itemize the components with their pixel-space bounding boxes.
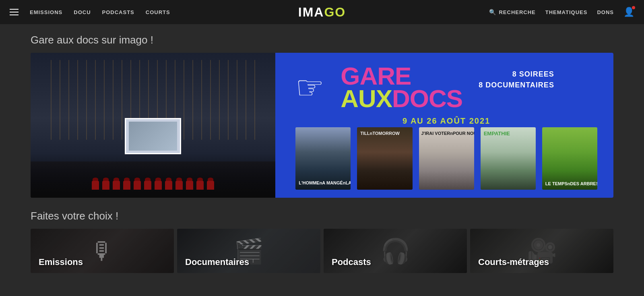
gare-text: GARE <box>341 65 462 87</box>
tile-label-emissions: Emissions <box>39 257 83 267</box>
movie-posters-row <box>295 127 597 190</box>
category-tile-podcasts[interactable]: 🎧 Podcasts <box>324 229 467 273</box>
screen-inner <box>129 122 178 150</box>
chair <box>165 181 172 190</box>
tile-label-documentaires: Documentaires <box>185 257 249 267</box>
nav-podcasts[interactable]: PODCASTS <box>102 9 134 15</box>
poster-3[interactable] <box>419 127 474 190</box>
chairs-row <box>31 181 275 190</box>
themes-label: THEMATIQUES <box>545 9 588 15</box>
banner-wrapper: ☞ GARE AUX DOCS 8 SOIREES 8 DOCUMENTAIRE… <box>31 53 613 198</box>
poster-2[interactable] <box>357 127 412 190</box>
chair <box>207 181 214 190</box>
banner-top-row: ☞ GARE AUX DOCS 8 SOIREES 8 DOCUMENTAIRE… <box>295 65 597 110</box>
nav-docu[interactable]: DOCU <box>74 9 91 15</box>
logo-go: GO <box>324 5 346 19</box>
choice-section-title: Faites votre choix ! <box>31 210 613 222</box>
poster-4[interactable] <box>481 127 536 190</box>
category-grid: 🎙 Emissions 🎬 Documentaires 🎧 Podcasts 🎥… <box>31 229 613 273</box>
user-notification-dot <box>632 6 635 9</box>
chair <box>92 181 99 190</box>
chair <box>186 181 193 190</box>
nav-courts[interactable]: COURTS <box>146 9 170 15</box>
search-label: RECHERCHE <box>499 9 535 15</box>
header-left: EMISSIONS DOCU PODCASTS COURTS <box>10 9 170 15</box>
banner-left-photo <box>31 53 275 198</box>
category-tile-documentaires[interactable]: 🎬 Documentaires <box>177 229 320 273</box>
docs-text: DOCS <box>392 87 462 110</box>
soirees-info: 8 SOIREES 8 DOCUMENTAIRES <box>479 69 554 91</box>
poster-5[interactable] <box>542 127 597 190</box>
event-date: 9 AU 26 AOÛT 2021 <box>295 116 597 126</box>
chair <box>102 181 109 190</box>
chair <box>113 181 120 190</box>
chair <box>123 181 130 190</box>
chair <box>155 181 162 190</box>
hamburger-menu[interactable] <box>10 9 19 15</box>
banner-section-title: Gare aux docs sur imago ! <box>31 34 613 46</box>
category-tile-emissions[interactable]: 🎙 Emissions <box>31 229 174 273</box>
main-nav: EMISSIONS DOCU PODCASTS COURTS <box>30 9 170 15</box>
aux-docs-row: AUX DOCS <box>341 87 462 110</box>
hand-pointer-icon: ☞ <box>295 69 324 106</box>
nav-emissions[interactable]: EMISSIONS <box>30 9 62 15</box>
poster-1[interactable] <box>295 127 351 190</box>
tile-label-podcasts: Podcasts <box>332 257 371 267</box>
dons-button[interactable]: DONS <box>597 9 614 15</box>
aux-text: AUX <box>341 87 392 110</box>
category-tile-courts[interactable]: 🎥 Courts-métrages <box>470 229 613 273</box>
tile-label-courts: Courts-métrages <box>478 257 549 267</box>
user-account-button[interactable]: 👤 <box>623 7 634 17</box>
logo-ima: IMA <box>298 5 324 19</box>
cinema-background <box>31 53 275 198</box>
dons-label: DONS <box>597 9 614 15</box>
logo[interactable]: IMAGO <box>298 5 346 20</box>
chair <box>196 181 204 190</box>
gare-aux-docs-title: GARE AUX DOCS <box>341 65 462 110</box>
cinema-screen <box>125 118 181 154</box>
search-button[interactable]: 🔍 RECHERCHE <box>489 9 535 15</box>
banner-right-panel: ☞ GARE AUX DOCS 8 SOIREES 8 DOCUMENTAIRE… <box>275 53 613 198</box>
header-right: 🔍 RECHERCHE THEMATIQUES DONS 👤 <box>489 7 634 17</box>
chair <box>144 181 151 190</box>
search-icon: 🔍 <box>489 9 496 15</box>
main-content: Gare aux docs sur imago ! <box>0 34 644 273</box>
soirees-line1: 8 SOIREES <box>479 69 554 80</box>
chair <box>134 181 141 190</box>
themes-button[interactable]: THEMATIQUES <box>545 9 588 15</box>
header: EMISSIONS DOCU PODCASTS COURTS IMAGO 🔍 R… <box>0 0 644 24</box>
soirees-line2: 8 DOCUMENTAIRES <box>479 80 554 91</box>
chair <box>175 181 183 190</box>
cinema-audience <box>31 153 275 198</box>
logo-text: IMAGO <box>298 5 346 20</box>
